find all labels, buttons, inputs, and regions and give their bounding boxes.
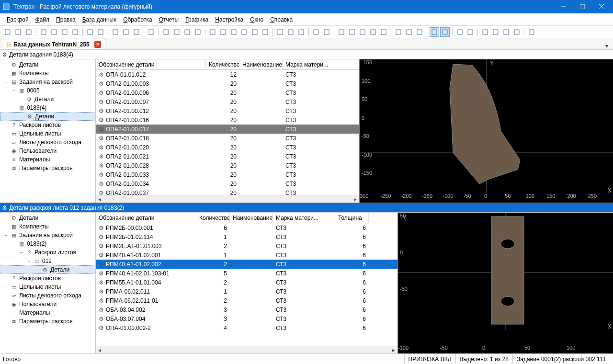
tool-button[interactable]: [337, 27, 346, 37]
tree-node[interactable]: ▦Комплекты: [0, 69, 95, 78]
tool-button[interactable]: [70, 27, 80, 37]
tree-node[interactable]: −?Раскрои листов: [0, 248, 95, 257]
tree-node[interactable]: ≡Материалы: [0, 155, 95, 164]
tool-button[interactable]: [501, 27, 511, 37]
tool-button[interactable]: [296, 27, 306, 37]
menu-Справка[interactable]: Справка: [267, 15, 295, 24]
tool-button[interactable]: [379, 27, 388, 37]
tool-button[interactable]: [358, 27, 367, 37]
tool-button[interactable]: [229, 27, 238, 37]
tool-button[interactable]: [415, 27, 424, 37]
table-row[interactable]: ⚙ОПА2-01.00.00320СТ3: [96, 79, 359, 88]
tool-button[interactable]: [275, 27, 285, 37]
tool-button[interactable]: [261, 27, 270, 37]
table-row[interactable]: ⚙ОПА-01.00.002-24СТ36: [96, 323, 397, 332]
tool-button[interactable]: [13, 27, 23, 37]
panel2-tree[interactable]: ⚙Детали▦Комплекты−▤Задания на раскрой−▥0…: [0, 213, 96, 353]
tool-button[interactable]: [239, 27, 249, 37]
tree-node[interactable]: ⚙Детали: [0, 95, 95, 103]
panel1-preview[interactable]: Y X 300-250-200-150-100-5005010015020025…: [359, 59, 613, 203]
tool-button[interactable]: [347, 27, 357, 37]
menu-Отчеты[interactable]: Отчеты: [156, 15, 182, 24]
tree-node[interactable]: −▥0005: [0, 86, 95, 95]
tool-button[interactable]: [111, 27, 120, 37]
column-header[interactable]: Наименование: [239, 59, 283, 69]
tool-button[interactable]: [394, 27, 403, 37]
tree-node[interactable]: ▱Листы делового отхода: [0, 138, 95, 147]
tool-button[interactable]: [3, 27, 12, 37]
table-row[interactable]: ⚙РПМА-06.02.011-012СТ36: [96, 296, 397, 305]
table-row[interactable]: ⚙РПМ55.А1-01.01.0042СТ36: [96, 278, 397, 287]
menu-Файл[interactable]: Файл: [33, 15, 53, 24]
table-row[interactable]: ⚙РПМ40.А1-02.01.103-015СТ36: [96, 269, 397, 278]
tool-button[interactable]: [465, 27, 475, 37]
menu-Обработка[interactable]: Обработка: [120, 15, 155, 24]
table-row[interactable]: ⚙ОПА2-01.00.02020СТ3: [96, 143, 359, 152]
tree-node[interactable]: ?Раскрои листов: [0, 121, 95, 129]
tool-button[interactable]: [49, 27, 59, 37]
table-row[interactable]: ⚙ОПА2-01.00.01720СТ3: [96, 125, 359, 134]
table-row[interactable]: ⚙ОПА2-01.00.03320СТ3: [96, 170, 359, 179]
tab-close-icon[interactable]: ✕: [94, 41, 101, 48]
table-row[interactable]: ⚙РПМА-06.02.0111СТ36: [96, 287, 397, 296]
menu-Настройка[interactable]: Настройка: [212, 15, 246, 24]
tool-button[interactable]: [491, 27, 500, 37]
table-row[interactable]: ⚙РПМ40.А1-01.02.0011СТ36: [96, 250, 397, 260]
column-header[interactable]: Марка матери...: [283, 59, 335, 69]
column-header[interactable]: Обозначение детали: [96, 59, 206, 69]
tool-button[interactable]: [440, 27, 450, 37]
tool-button[interactable]: [39, 27, 48, 37]
tool-button[interactable]: [286, 27, 295, 37]
tool-button[interactable]: [147, 27, 156, 37]
tree-node[interactable]: ⧉Параметры раскроя: [0, 317, 95, 326]
table-row[interactable]: ⚙ОБА-03.04.0023СТ36: [96, 305, 397, 314]
menu-Графика[interactable]: Графика: [182, 15, 211, 24]
tool-button[interactable]: [322, 27, 331, 37]
close-button[interactable]: [592, 0, 611, 13]
table-row[interactable]: ⚙ОПА2-01.00.00720СТ3: [96, 97, 359, 106]
tree-node[interactable]: −▤Задания на раскрой: [0, 78, 95, 86]
minimize-button[interactable]: [554, 0, 573, 13]
column-header[interactable]: Наименование: [230, 213, 273, 223]
panel1-table[interactable]: Обозначение деталиКоличествоНаименование…: [96, 59, 359, 203]
tool-button[interactable]: [121, 27, 131, 37]
tree-node[interactable]: ▭Цельные листы: [0, 129, 95, 138]
tree-node[interactable]: ▦Комплекты: [0, 222, 95, 231]
tool-button[interactable]: [368, 27, 378, 37]
tool-button[interactable]: [60, 27, 69, 37]
tool-button[interactable]: [161, 27, 171, 37]
tree-node[interactable]: ◉Пользователи: [0, 147, 95, 155]
column-header[interactable]: Обозначение детали: [96, 213, 196, 223]
tool-button[interactable]: [311, 27, 321, 37]
table-row[interactable]: ⚙ОПА2-01.00.01620СТ3: [96, 115, 359, 125]
tool-button[interactable]: [455, 27, 465, 37]
tool-button[interactable]: [404, 27, 414, 37]
tree-node[interactable]: −▭012: [0, 257, 95, 265]
tool-button[interactable]: [96, 27, 105, 37]
tool-button[interactable]: [132, 27, 141, 37]
table-row[interactable]: ⚙ОПА2-01.00.01220СТ3: [96, 106, 359, 115]
table-row[interactable]: ⚙РПМ2Б-01.02.1141СТ36: [96, 232, 397, 241]
tree-node[interactable]: −▥0183(2): [0, 239, 95, 248]
tool-button[interactable]: [527, 27, 536, 37]
tree-node[interactable]: ⧉Параметры раскроя: [0, 164, 95, 172]
h-scrollbar[interactable]: ◂▸: [96, 195, 359, 203]
tree-node[interactable]: ⚙Детали: [0, 60, 95, 69]
tree-node[interactable]: ?Раскрои листов: [0, 274, 95, 283]
tool-button[interactable]: [182, 27, 192, 37]
panel2-table[interactable]: Обозначение деталиКоличествоНаименование…: [96, 213, 397, 353]
menu-База данных[interactable]: База данных: [79, 15, 119, 24]
column-header[interactable]: Марка матери...: [273, 213, 335, 223]
tree-node[interactable]: ▱Листы делового отхода: [0, 291, 95, 300]
table-row[interactable]: ⚙ОПА2-01.00.02120СТ3: [96, 152, 359, 161]
tool-button[interactable]: [218, 27, 228, 37]
tool-button[interactable]: [208, 27, 217, 37]
column-header[interactable]: Количество: [206, 59, 239, 69]
panel1-tree[interactable]: ⚙Детали▦Комплекты−▤Задания на раскрой−▥0…: [0, 59, 96, 203]
menu-Окно[interactable]: Окно: [247, 15, 266, 24]
tree-node[interactable]: ≡Материалы: [0, 308, 95, 317]
tree-node[interactable]: −▤Задания на раскрой: [0, 231, 95, 239]
tree-node[interactable]: ◉Пользователи: [0, 300, 95, 308]
tree-node[interactable]: −▥0183(4): [0, 103, 95, 112]
tool-button[interactable]: [193, 27, 203, 37]
